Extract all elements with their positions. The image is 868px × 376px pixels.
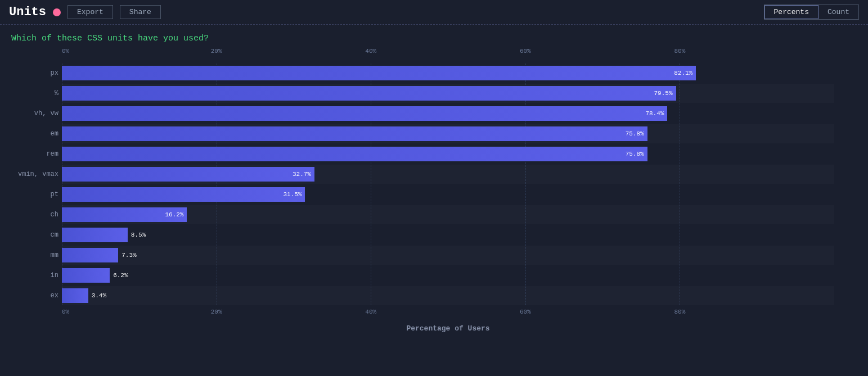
- bar-label: mm: [10, 251, 59, 259]
- export-button[interactable]: Export: [68, 5, 113, 19]
- bars-wrapper: px82.1%%79.5%vh, vw78.4%em75.8%rem75.8%v…: [62, 64, 834, 305]
- bar: 82.1%: [62, 66, 696, 80]
- top-axis-60: 60%: [520, 48, 531, 55]
- chart-question: Which of these CSS units have you used?: [0, 25, 868, 48]
- bar-row: em75.8%: [62, 124, 834, 143]
- percents-toggle[interactable]: Percents: [764, 5, 818, 19]
- chart-area: 0% 20% 40% 60% 80% px82.1%%79.5%vh, vw78…: [62, 48, 834, 333]
- bottom-axis-40: 40%: [365, 309, 376, 315]
- bottom-axis: 0% 20% 40% 60% 80%: [62, 309, 834, 322]
- bar-value: 75.8%: [626, 151, 644, 157]
- bar: 79.5%: [62, 86, 676, 101]
- bar: 16.2%: [62, 207, 187, 222]
- chart-container: 0% 20% 40% 60% 80% px82.1%%79.5%vh, vw78…: [0, 48, 868, 344]
- bar-value: 75.8%: [626, 130, 644, 137]
- view-toggle: Percents Count: [764, 4, 859, 20]
- bar-value: 32.7%: [293, 171, 311, 178]
- bar-row: vmin, vmax32.7%: [62, 165, 834, 184]
- bar-label: vh, vw: [10, 110, 59, 117]
- top-axis-20: 20%: [211, 48, 222, 55]
- bottom-axis-60: 60%: [520, 309, 531, 315]
- bar-row: in6.2%: [62, 266, 834, 285]
- bar: [62, 248, 118, 262]
- bar: 31.5%: [62, 187, 305, 202]
- bar: 32.7%: [62, 167, 314, 182]
- bar-label: ex: [10, 292, 59, 300]
- bar: [62, 268, 110, 283]
- bar-value: 6.2%: [113, 272, 128, 279]
- x-axis-title: Percentage of Users: [62, 322, 834, 333]
- bar-row: pt31.5%: [62, 185, 834, 204]
- bar-row: rem75.8%: [62, 144, 834, 164]
- bar-row: ex3.4%: [62, 286, 834, 305]
- bar-label: ch: [10, 211, 59, 219]
- bar-row: mm7.3%: [62, 246, 834, 265]
- share-button[interactable]: Share: [120, 5, 161, 19]
- header: Units Export Share Percents Count: [0, 0, 868, 25]
- bar-value: 31.5%: [283, 191, 302, 198]
- bottom-axis-20: 20%: [211, 309, 222, 315]
- bar-value: 79.5%: [654, 90, 673, 97]
- top-axis-80: 80%: [674, 48, 685, 55]
- bar-row: px82.1%: [62, 64, 834, 83]
- bar-row: ch16.2%: [62, 205, 834, 224]
- bar: 75.8%: [62, 147, 647, 161]
- bar-value: 82.1%: [674, 70, 692, 76]
- bar-row: vh, vw78.4%: [62, 104, 834, 123]
- bar-label: %: [10, 89, 59, 97]
- bar-label: in: [10, 271, 59, 279]
- bar-value: 78.4%: [645, 110, 664, 117]
- bar-label: rem: [10, 150, 59, 158]
- count-toggle[interactable]: Count: [818, 5, 858, 19]
- bar-label: em: [10, 130, 59, 138]
- bar-label: px: [10, 69, 59, 77]
- top-axis-0: 0%: [62, 48, 69, 55]
- bar: 78.4%: [62, 106, 667, 121]
- bottom-axis-80: 80%: [674, 309, 685, 315]
- bar-label: pt: [10, 191, 59, 198]
- bar-value: 7.3%: [122, 252, 136, 259]
- bar-value: 8.5%: [131, 232, 146, 238]
- bar-value: 3.4%: [92, 292, 106, 299]
- top-axis-40: 40%: [365, 48, 376, 55]
- page-title: Units: [9, 5, 46, 19]
- pink-dot-icon: [53, 8, 61, 16]
- bar: [62, 228, 128, 242]
- bar-label: cm: [10, 231, 59, 239]
- bar: 75.8%: [62, 126, 647, 141]
- bar: [62, 288, 88, 303]
- bar-value: 16.2%: [165, 211, 183, 218]
- bar-row: cm8.5%: [62, 225, 834, 244]
- bottom-axis-0: 0%: [62, 309, 69, 315]
- bar-row: %79.5%: [62, 84, 834, 103]
- bar-label: vmin, vmax: [10, 170, 59, 178]
